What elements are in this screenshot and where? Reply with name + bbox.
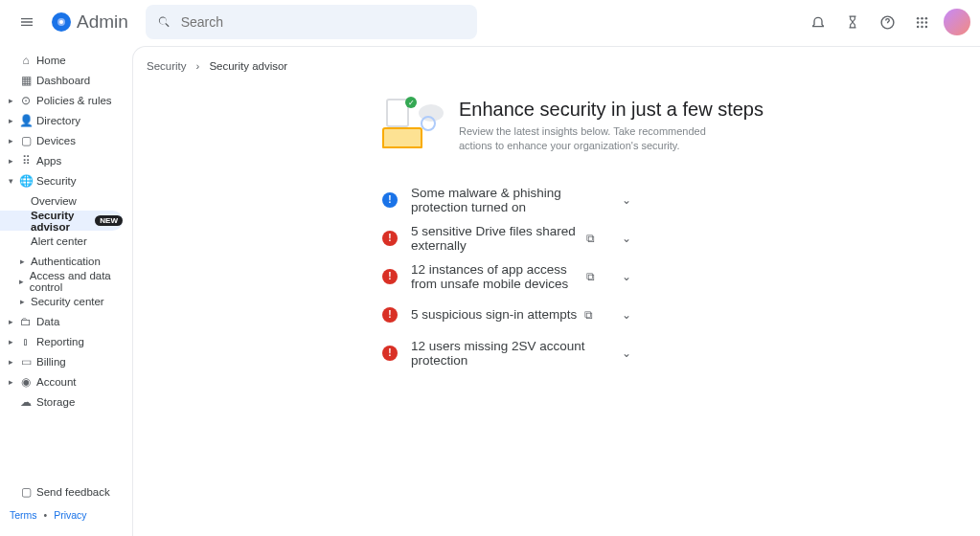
chevron-right-icon: ▸ bbox=[6, 317, 15, 326]
chevron-down-icon: ⌄ bbox=[622, 346, 746, 360]
svg-point-7 bbox=[916, 25, 919, 28]
privacy-link[interactable]: Privacy bbox=[54, 509, 86, 521]
insight-row[interactable]: ! Some malware & phishing protection tur… bbox=[382, 181, 746, 219]
search-icon bbox=[157, 14, 171, 30]
sidebar-item-storage[interactable]: ☁ Storage bbox=[0, 391, 132, 412]
hero-illustration: ✓ bbox=[382, 99, 438, 148]
sidebar-item-label: Storage bbox=[36, 396, 75, 408]
svg-point-4 bbox=[916, 21, 919, 24]
sidebar-item-home[interactable]: ⌂ Home bbox=[0, 50, 132, 70]
sidebar-item-apps[interactable]: ▸⠿ Apps bbox=[0, 150, 132, 170]
sidebar-item-security[interactable]: ▾🌐 Security bbox=[0, 170, 132, 190]
sidebar-item-policies[interactable]: ▸⊙ Policies & rules bbox=[0, 90, 132, 110]
chevron-right-icon: ▸ bbox=[6, 96, 15, 105]
sidebar-item-label: Send feedback bbox=[36, 486, 110, 498]
apps-icon: ⠿ bbox=[19, 154, 33, 168]
svg-point-1 bbox=[916, 16, 919, 19]
insight-row[interactable]: ! 5 suspicious sign-in attempts ⧉ ⌄ bbox=[382, 296, 746, 334]
svg-point-8 bbox=[921, 25, 923, 28]
feedback-icon: ▢ bbox=[19, 485, 33, 499]
sidebar-item-label: Data bbox=[36, 316, 59, 327]
bell-icon bbox=[810, 14, 826, 30]
page-title: Enhance security in just a few steps bbox=[459, 99, 763, 121]
insight-row[interactable]: ! 12 instances of app access from unsafe… bbox=[382, 257, 746, 296]
logo[interactable]: Admin bbox=[52, 11, 128, 33]
alert-status-icon: ! bbox=[382, 307, 398, 323]
storage-icon: ☁ bbox=[19, 395, 33, 409]
data-icon: 🗀 bbox=[19, 315, 33, 328]
checkmark-icon: ✓ bbox=[405, 97, 417, 108]
search-input[interactable] bbox=[181, 14, 467, 30]
hero: ✓ Enhance security in just a few steps R… bbox=[133, 99, 980, 154]
sidebar-sub-authentication[interactable]: ▸ Authentication bbox=[0, 251, 132, 271]
hamburger-icon bbox=[19, 14, 34, 30]
sidebar-send-feedback[interactable]: ▢ Send feedback bbox=[0, 481, 132, 502]
sidebar-item-label: Directory bbox=[36, 115, 80, 126]
breadcrumb-root[interactable]: Security bbox=[147, 60, 187, 72]
sidebar-item-label: Devices bbox=[36, 135, 76, 146]
notifications-button[interactable] bbox=[802, 6, 834, 38]
hourglass-icon bbox=[846, 14, 859, 30]
sidebar-sub-overview[interactable]: Overview bbox=[0, 190, 132, 211]
insight-row[interactable]: ! 12 users missing 2SV account protectio… bbox=[382, 334, 746, 372]
sidebar-item-label: Overview bbox=[31, 195, 77, 207]
insight-label: 12 instances of app access from unsafe m… bbox=[411, 262, 579, 291]
insight-row[interactable]: ! 5 sensitive Drive files shared externa… bbox=[382, 219, 746, 257]
sidebar-item-label: Reporting bbox=[36, 336, 84, 347]
sidebar-item-label: Home bbox=[36, 55, 66, 66]
apps-button[interactable] bbox=[905, 6, 938, 38]
sidebar-item-data[interactable]: ▸🗀 Data bbox=[0, 311, 132, 331]
header: Admin bbox=[0, 0, 980, 44]
account-avatar[interactable] bbox=[944, 9, 970, 35]
new-badge: NEW bbox=[95, 215, 123, 226]
help-button[interactable] bbox=[871, 6, 903, 38]
chevron-right-icon: ▸ bbox=[6, 357, 15, 367]
home-icon: ⌂ bbox=[19, 54, 33, 67]
insights-list: ! Some malware & phishing protection tur… bbox=[133, 181, 746, 372]
insight-label: 5 suspicious sign-in attempts bbox=[411, 307, 577, 322]
insight-label: Some malware & phishing protection turne… bbox=[411, 186, 595, 214]
alert-status-icon: ! bbox=[382, 346, 398, 361]
sidebar-sub-access-data[interactable]: ▸ Access and data control bbox=[0, 271, 132, 291]
search-bar[interactable] bbox=[146, 5, 478, 39]
dashboard-icon: ▦ bbox=[19, 74, 33, 87]
chevron-right-icon: ▸ bbox=[6, 116, 15, 125]
external-link-icon[interactable]: ⧉ bbox=[584, 308, 593, 322]
sidebar-item-reporting[interactable]: ▸⫾ Reporting bbox=[0, 331, 132, 351]
info-status-icon: ! bbox=[382, 192, 398, 208]
sidebar-sub-alert-center[interactable]: Alert center bbox=[0, 231, 132, 251]
sidebar-item-label: Security center bbox=[31, 296, 104, 307]
sidebar-item-account[interactable]: ▸◉ Account bbox=[0, 371, 132, 391]
external-link-icon[interactable]: ⧉ bbox=[586, 270, 595, 283]
sidebar-item-label: Alert center bbox=[31, 235, 87, 247]
chevron-right-icon: ▸ bbox=[6, 337, 15, 346]
sidebar-item-label: Security advisor bbox=[31, 210, 89, 233]
sidebar-item-devices[interactable]: ▸▢ Devices bbox=[0, 130, 132, 150]
sidebar-item-directory[interactable]: ▸👤 Directory bbox=[0, 110, 132, 130]
sidebar-item-label: Billing bbox=[36, 356, 66, 368]
policies-icon: ⊙ bbox=[19, 94, 33, 107]
sidebar-item-label: Access and data control bbox=[30, 270, 132, 293]
breadcrumb-current: Security advisor bbox=[209, 60, 287, 72]
chevron-right-icon: ▸ bbox=[6, 156, 15, 166]
chevron-down-icon: ▾ bbox=[6, 176, 15, 186]
tasks-button[interactable] bbox=[836, 6, 869, 38]
external-link-icon[interactable]: ⧉ bbox=[586, 232, 595, 245]
sidebar-item-billing[interactable]: ▸▭ Billing bbox=[0, 351, 132, 371]
brand-text: Admin bbox=[77, 11, 128, 33]
sidebar-item-label: Apps bbox=[36, 155, 61, 167]
sidebar-sub-security-center[interactable]: ▸ Security center bbox=[0, 291, 132, 311]
alert-status-icon: ! bbox=[382, 231, 398, 246]
devices-icon: ▢ bbox=[19, 134, 33, 147]
sidebar-item-dashboard[interactable]: ▦ Dashboard bbox=[0, 70, 132, 90]
chevron-right-icon: ▸ bbox=[17, 257, 27, 266]
chevron-down-icon: ⌄ bbox=[622, 232, 746, 245]
sidebar-item-label: Policies & rules bbox=[36, 95, 112, 106]
sidebar-sub-security-advisor[interactable]: Security advisor NEW bbox=[0, 211, 123, 231]
svg-point-2 bbox=[921, 16, 923, 19]
main-menu-button[interactable] bbox=[10, 5, 44, 39]
account-icon: ◉ bbox=[19, 375, 33, 389]
sidebar-item-label: Security bbox=[36, 175, 77, 187]
terms-link[interactable]: Terms bbox=[10, 509, 37, 521]
sidebar-item-label: Dashboard bbox=[36, 75, 90, 86]
